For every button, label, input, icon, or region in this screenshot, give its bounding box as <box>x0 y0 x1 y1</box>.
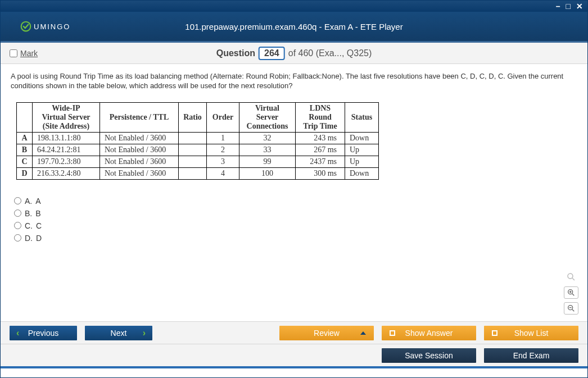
square-icon <box>492 330 497 336</box>
cell-wideip: 216.33.2.4:80 <box>33 167 100 179</box>
answer-text: A <box>35 197 40 206</box>
cell-rtt: 2437 ms <box>296 156 345 167</box>
cell-ratio <box>179 167 207 179</box>
svg-point-1 <box>568 274 573 279</box>
minimize-icon[interactable]: – <box>555 2 562 10</box>
th-ratio: Ratio <box>179 102 207 132</box>
cell-ratio <box>179 132 207 144</box>
titlebar: – □ ✕ <box>1 1 587 12</box>
content-area: A pool is using Round Trip Time as its l… <box>1 64 587 321</box>
table-row: A198.13.1.1:80Not Enabled / 3600132243 m… <box>17 132 379 144</box>
question-prompt: A pool is using Round Trip Time as its l… <box>11 72 577 91</box>
answer-radio[interactable] <box>14 210 21 217</box>
cell-order: 4 <box>207 167 239 179</box>
row-key: A <box>17 132 33 144</box>
page-title: 101.prepaway.premium.exam.460q - Exam A … <box>185 22 402 31</box>
cell-wideip: 197.70.2.3:80 <box>33 156 100 167</box>
chevron-right-icon: › <box>143 328 146 338</box>
th-status: Status <box>345 102 379 132</box>
mark-checkbox-wrap[interactable]: Mark <box>10 49 38 58</box>
answer-text: B <box>35 209 40 218</box>
answer-option-d[interactable]: D. D <box>14 234 577 243</box>
table-row: C197.70.2.3:80Not Enabled / 36003992437 … <box>17 156 379 167</box>
nav-button-bar: ‹ Previous Next › Review Show Answer Sho… <box>1 321 587 344</box>
chevron-left-icon: ‹ <box>16 328 19 338</box>
zoom-out-icon[interactable] <box>564 302 578 315</box>
cell-status: Down <box>345 132 379 144</box>
answer-text: D <box>36 234 42 243</box>
row-key: D <box>17 167 33 179</box>
zoom-tools <box>564 271 578 315</box>
cell-ratio <box>179 144 207 156</box>
answer-letter: D. <box>25 234 33 243</box>
answer-letter: B. <box>25 209 32 218</box>
show-answer-button[interactable]: Show Answer <box>382 326 476 340</box>
svg-line-2 <box>572 278 575 280</box>
show-list-button[interactable]: Show List <box>484 326 578 340</box>
cell-ratio <box>179 156 207 167</box>
answer-radio[interactable] <box>14 234 21 242</box>
magnifier-icon[interactable] <box>564 271 578 283</box>
cell-vsc: 100 <box>239 167 296 179</box>
logo: UMINGO <box>20 21 70 32</box>
zoom-in-icon[interactable] <box>564 286 578 299</box>
bottom-accent <box>1 366 587 368</box>
question-total: of 460 (Exa..., Q325) <box>288 48 372 58</box>
cell-rtt: 300 ms <box>296 167 345 179</box>
answer-options: A. AB. BC. CD. D <box>14 197 577 243</box>
th-order: Order <box>207 102 239 132</box>
answer-letter: A. <box>25 197 32 206</box>
logo-text: UMINGO <box>34 22 70 31</box>
cell-pers: Not Enabled / 3600 <box>100 156 179 167</box>
th-wideip: Wide-IPVirtual Server(Site Address) <box>33 102 100 132</box>
square-icon <box>390 330 395 336</box>
svg-line-8 <box>572 309 574 311</box>
cell-status: Down <box>345 167 379 179</box>
question-number-box[interactable]: 264 <box>259 47 285 60</box>
cell-vsc: 33 <box>239 144 296 156</box>
mark-checkbox[interactable] <box>10 49 17 57</box>
th-pers: Persistence / TTL <box>100 102 179 132</box>
next-button[interactable]: Next › <box>85 326 152 340</box>
answer-option-b[interactable]: B. B <box>14 209 577 218</box>
checkmark-circle-icon <box>20 21 31 32</box>
triangle-up-icon <box>360 331 366 335</box>
row-key: B <box>17 144 33 156</box>
answer-radio[interactable] <box>14 197 21 204</box>
review-button[interactable]: Review <box>279 326 374 340</box>
cell-pers: Not Enabled / 3600 <box>100 132 179 144</box>
cell-wideip: 64.24.21.2:81 <box>33 144 100 156</box>
question-indicator: Question 264 of 460 (Exa..., Q325) <box>216 47 372 60</box>
mark-label: Mark <box>20 49 38 58</box>
cell-vsc: 32 <box>239 132 296 144</box>
answer-option-c[interactable]: C. C <box>14 221 577 230</box>
cell-status: Up <box>345 144 379 156</box>
th-rtt: LDNSRoundTrip Time <box>296 102 345 132</box>
cell-rtt: 243 ms <box>296 132 345 144</box>
close-icon[interactable]: ✕ <box>575 2 584 10</box>
table-row: B64.24.21.2:81Not Enabled / 3600233267 m… <box>17 144 379 156</box>
maximize-icon[interactable]: □ <box>565 2 572 10</box>
save-session-button[interactable]: Save Session <box>382 348 476 363</box>
app-header: UMINGO 101.prepaway.premium.exam.460q - … <box>1 12 587 43</box>
answer-option-a[interactable]: A. A <box>14 197 577 206</box>
end-exam-button[interactable]: End Exam <box>484 348 578 363</box>
cell-vsc: 99 <box>239 156 296 167</box>
cell-pers: Not Enabled / 3600 <box>100 167 179 179</box>
cell-rtt: 267 ms <box>296 144 345 156</box>
table-row: D216.33.2.4:80Not Enabled / 36004100300 … <box>17 167 379 179</box>
svg-line-4 <box>572 294 574 295</box>
cell-status: Up <box>345 156 379 167</box>
cell-pers: Not Enabled / 3600 <box>100 144 179 156</box>
answer-letter: C. <box>25 221 33 230</box>
th-vsc: VirtualServerConnections <box>239 102 296 132</box>
answer-text: C <box>36 221 42 230</box>
cell-order: 1 <box>207 132 239 144</box>
question-bar: Mark Question 264 of 460 (Exa..., Q325) <box>1 43 587 64</box>
row-key: C <box>17 156 33 167</box>
cell-order: 3 <box>207 156 239 167</box>
answer-radio[interactable] <box>14 222 21 229</box>
session-button-bar: Save Session End Exam <box>1 344 587 366</box>
data-table: Wide-IPVirtual Server(Site Address) Pers… <box>16 102 379 180</box>
previous-button[interactable]: ‹ Previous <box>10 326 77 340</box>
